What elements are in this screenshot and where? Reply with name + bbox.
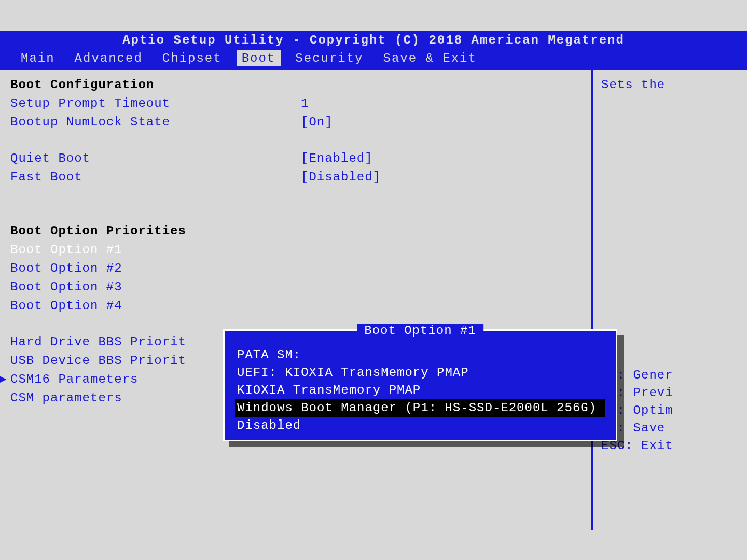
tab-boot[interactable]: Boot bbox=[237, 50, 281, 66]
boot-option-2-row[interactable]: Boot Option #2 bbox=[10, 260, 581, 277]
blank-row bbox=[10, 187, 581, 205]
help-description-area: Sets the bbox=[601, 76, 739, 367]
popup-body: PATA SM: UEFI: KIOXIA TransMemory PMAP K… bbox=[225, 345, 616, 440]
boot-option-3-row[interactable]: Boot Option #3 bbox=[10, 278, 581, 296]
tab-advanced[interactable]: Advanced bbox=[70, 50, 148, 66]
help-keys: F1: Gener F2: Previ F3: Optim F4: Save E… bbox=[601, 367, 739, 455]
quiet-boot-row[interactable]: Quiet Boot [Enabled] bbox=[10, 150, 581, 167]
boot-option-2-label: Boot Option #2 bbox=[10, 260, 301, 277]
setup-prompt-timeout-value: 1 bbox=[301, 95, 581, 113]
boot-option-3-label: Boot Option #3 bbox=[10, 278, 301, 296]
bios-title: Aptio Setup Utility - Copyright (C) 2018… bbox=[0, 31, 747, 49]
help-key-f3: F3: Optim bbox=[601, 402, 739, 419]
help-description: Sets the bbox=[601, 76, 739, 94]
boot-option-popup: Boot Option #1 PATA SM: UEFI: KIOXIA Tra… bbox=[223, 329, 617, 441]
help-key-f2: F2: Previ bbox=[601, 384, 739, 402]
tab-save-exit[interactable]: Save & Exit bbox=[378, 50, 481, 66]
bios-screen: Aptio Setup Utility - Copyright (C) 2018… bbox=[0, 0, 747, 560]
help-key-f4: F4: Save bbox=[601, 419, 739, 437]
main-area: Boot Configuration Setup Prompt Timeout … bbox=[0, 68, 747, 530]
tab-bar: Main Advanced Chipset Boot Security Save… bbox=[0, 49, 747, 68]
bootup-numlock-label: Bootup NumLock State bbox=[10, 114, 301, 131]
header-bar: Aptio Setup Utility - Copyright (C) 2018… bbox=[0, 31, 747, 68]
popup-title: Boot Option #1 bbox=[357, 324, 483, 338]
setup-prompt-timeout-label: Setup Prompt Timeout bbox=[10, 95, 301, 113]
help-key-esc: ESC: Exit bbox=[601, 437, 739, 455]
popup-option-disabled[interactable]: Disabled bbox=[235, 417, 605, 435]
tab-chipset[interactable]: Chipset bbox=[157, 50, 227, 66]
boot-option-1-label: Boot Option #1 bbox=[10, 241, 301, 259]
boot-option-4-row[interactable]: Boot Option #4 bbox=[10, 297, 581, 315]
fast-boot-label: Fast Boot bbox=[10, 169, 301, 186]
popup-title-row: Boot Option #1 bbox=[225, 331, 616, 345]
submenu-arrow-icon: ▶ bbox=[0, 371, 7, 388]
quiet-boot-value: [Enabled] bbox=[301, 150, 581, 167]
boot-option-priorities-heading: Boot Option Priorities bbox=[10, 222, 301, 240]
bootup-numlock-row[interactable]: Bootup NumLock State [On] bbox=[10, 114, 581, 131]
bootup-numlock-value: [On] bbox=[301, 114, 581, 131]
tab-main[interactable]: Main bbox=[16, 50, 60, 66]
boot-configuration-heading: Boot Configuration bbox=[10, 76, 301, 94]
boot-option-4-label: Boot Option #4 bbox=[10, 297, 301, 315]
popup-option-windows-boot-manager[interactable]: Windows Boot Manager (P1: HS-SSD-E2000L … bbox=[235, 399, 605, 417]
help-key-f1: F1: Gener bbox=[601, 367, 739, 384]
fast-boot-value: [Disabled] bbox=[301, 169, 581, 186]
boot-option-1-row[interactable]: Boot Option #1 bbox=[10, 241, 581, 259]
popup-option-pata[interactable]: PATA SM: bbox=[235, 346, 605, 364]
setup-prompt-timeout-row[interactable]: Setup Prompt Timeout 1 bbox=[10, 95, 581, 113]
help-panel: Sets the F1: Gener F2: Previ F3: Optim F… bbox=[591, 70, 747, 530]
tab-security[interactable]: Security bbox=[290, 50, 368, 66]
popup-option-kioxia[interactable]: KIOXIA TransMemory PMAP bbox=[235, 382, 605, 399]
quiet-boot-label: Quiet Boot bbox=[10, 150, 301, 167]
settings-panel: Boot Configuration Setup Prompt Timeout … bbox=[0, 70, 591, 530]
fast-boot-row[interactable]: Fast Boot [Disabled] bbox=[10, 169, 581, 186]
popup-option-uefi-kioxia[interactable]: UEFI: KIOXIA TransMemory PMAP bbox=[235, 364, 605, 382]
blank-row bbox=[10, 205, 581, 222]
blank-row bbox=[10, 132, 581, 150]
